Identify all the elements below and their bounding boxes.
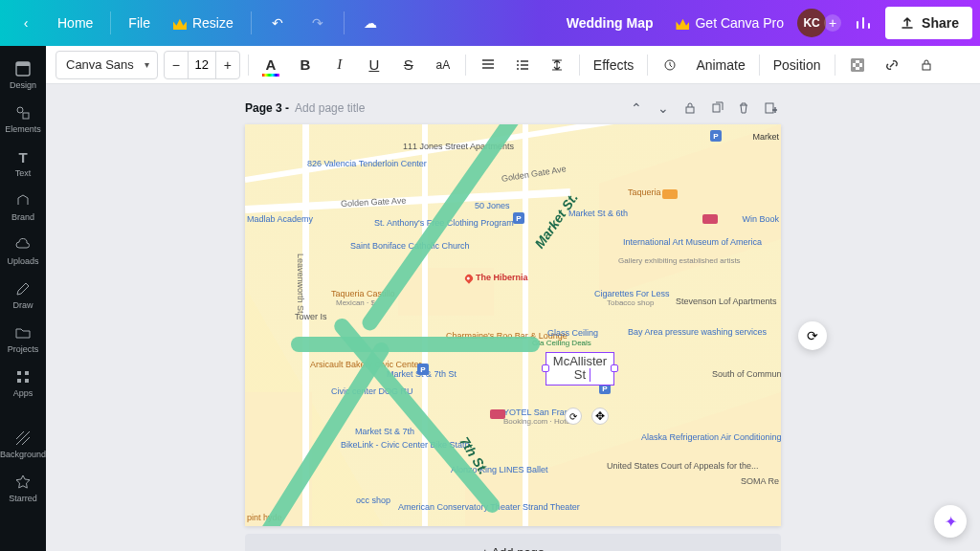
selected-text-element[interactable]: McAllister St <box>546 352 614 386</box>
sidebar-item-label: Starred <box>9 494 37 503</box>
map-poi: Tobacco shop <box>607 298 654 307</box>
effects-button[interactable]: Effects <box>588 57 640 73</box>
map-poi: YOTEL San Franc <box>503 408 573 417</box>
sidebar-item-text[interactable]: TText <box>0 142 46 184</box>
link-button[interactable] <box>878 51 906 79</box>
strikethrough-button[interactable]: S <box>394 51 423 79</box>
crown-icon <box>173 16 187 30</box>
background-icon <box>13 429 33 448</box>
magic-assistant-button[interactable]: ✦ <box>934 505 967 538</box>
align-button[interactable] <box>474 51 502 79</box>
font-select[interactable]: Canva Sans <box>56 51 158 79</box>
text-caret <box>590 368 590 382</box>
page-title-placeholder[interactable]: Add page title <box>295 101 365 115</box>
sidebar-item-background[interactable]: Background <box>0 423 46 465</box>
sidebar-item-starred[interactable]: Starred <box>0 467 46 509</box>
canvas-area[interactable]: Page 3 - Add page title ⌃ ⌄ <box>46 84 980 551</box>
shapes-icon <box>13 103 33 122</box>
folder-icon <box>13 323 33 342</box>
design-page[interactable]: Golden Gate Ave Golden Gate Ave Leavenwo… <box>245 124 781 526</box>
page-add[interactable] <box>760 98 781 119</box>
svg-rect-20 <box>713 104 720 112</box>
sidebar-item-projects[interactable]: Projects <box>0 318 46 360</box>
parking-icon: P <box>513 212 524 224</box>
get-pro-button[interactable]: Get Canva Pro <box>666 8 793 38</box>
map-poi: Mexican · $ <box>336 298 375 307</box>
avatar[interactable]: KC <box>797 9 826 37</box>
main-column: Canva Sans − + A B I U S aA Effects <box>46 46 980 551</box>
svg-rect-19 <box>686 107 694 113</box>
animate-button[interactable]: Animate <box>690 57 750 73</box>
move-handle[interactable]: ✥ <box>591 408 609 425</box>
brand-icon <box>13 191 33 210</box>
file-menu[interactable]: File <box>119 8 160 38</box>
spacing-button[interactable] <box>543 51 571 79</box>
pencil-icon <box>13 279 33 298</box>
insights-button[interactable] <box>845 8 881 38</box>
sidebar-item-brand[interactable]: Brand <box>0 186 46 228</box>
rotate-handle[interactable]: ⟳ <box>565 408 582 425</box>
map-poi: International Art Museum of America <box>623 237 700 247</box>
map-poi: SOMA Re <box>741 476 779 486</box>
svg-rect-13 <box>852 59 856 63</box>
transparency-button[interactable] <box>843 51 872 79</box>
redo-button[interactable]: ↷ <box>300 8 336 38</box>
resize-button[interactable]: Resize <box>164 8 243 38</box>
uppercase-button[interactable]: aA <box>429 51 457 79</box>
map-poi: Alaska Refrigeration Air Conditioning <box>641 432 737 442</box>
page-duplicate[interactable] <box>706 98 727 119</box>
map-poi: 111 Jones Street Apartments <box>403 142 479 151</box>
sidebar-item-design[interactable]: Design <box>0 54 46 96</box>
resize-handle-left[interactable] <box>542 364 549 372</box>
font-size-decrease[interactable]: − <box>165 52 188 78</box>
page-collapse-down[interactable]: ⌄ <box>653 98 674 119</box>
map-poi: occ shop <box>356 496 390 505</box>
share-button[interactable]: Share <box>885 7 972 39</box>
home-button[interactable]: Home <box>48 8 102 38</box>
svg-rect-7 <box>25 379 29 383</box>
page-collapse-up[interactable]: ⌃ <box>626 98 647 119</box>
cloud-icon: ☁ <box>362 14 379 32</box>
italic-button[interactable]: I <box>325 51 354 79</box>
resize-handle-right[interactable] <box>611 364 618 372</box>
sidebar-item-uploads[interactable]: Uploads <box>0 230 46 272</box>
bold-button[interactable]: B <box>291 51 320 79</box>
animate-icon <box>656 51 684 79</box>
svg-rect-5 <box>25 371 29 375</box>
hotel-badge-icon <box>702 214 718 224</box>
text-color-button[interactable]: A <box>256 51 285 79</box>
font-size-input[interactable] <box>188 52 216 78</box>
font-size-increase[interactable]: + <box>216 52 239 78</box>
add-member-button[interactable]: + <box>824 14 841 32</box>
sidebar-item-label: Text <box>15 168 32 178</box>
store-badge-icon <box>662 189 678 199</box>
sidebar-item-label: Projects <box>8 344 39 354</box>
add-page-button[interactable]: + Add page <box>245 534 781 551</box>
sidebar-item-label: Uploads <box>7 256 38 266</box>
template-icon <box>13 59 33 78</box>
map-poi: Stevenson Lof Apartments <box>676 297 743 306</box>
lock-button[interactable] <box>912 51 941 79</box>
star-icon <box>13 473 33 492</box>
position-button[interactable]: Position <box>768 57 827 73</box>
underline-button[interactable]: U <box>360 51 389 79</box>
undo-icon: ↶ <box>269 14 286 32</box>
undo-button[interactable]: ↶ <box>259 8 296 38</box>
parking-icon: P <box>417 364 429 375</box>
back-button[interactable]: ‹ <box>8 8 44 38</box>
cloud-sync[interactable]: ☁ <box>352 8 389 38</box>
page-refresh-button[interactable]: ⟳ <box>798 321 827 350</box>
svg-rect-16 <box>852 67 856 71</box>
sidebar-item-draw[interactable]: Draw <box>0 274 46 316</box>
page-delete[interactable] <box>733 98 754 119</box>
map-poi: Glass Ceiling <box>547 328 598 338</box>
document-title[interactable]: Wedding Map <box>557 8 663 38</box>
page-lock[interactable] <box>679 98 701 119</box>
upload-icon <box>899 14 916 32</box>
map-poi: Gallery exhibiting established artists <box>618 256 741 265</box>
sidebar-item-apps[interactable]: Apps <box>0 362 46 404</box>
page-number-label: Page 3 - <box>245 101 289 115</box>
map-poi-label: The Hibernia <box>476 273 528 282</box>
sidebar-item-elements[interactable]: Elements <box>0 98 46 140</box>
list-button[interactable] <box>508 51 537 79</box>
